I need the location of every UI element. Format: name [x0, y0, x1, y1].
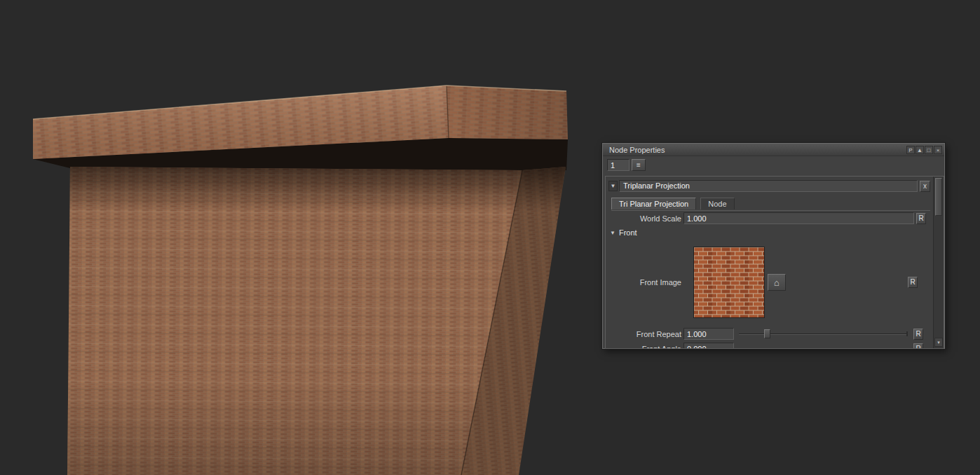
close-icon[interactable]: × [934, 146, 942, 154]
panel-scrollbar[interactable]: ▾ [933, 177, 944, 348]
front-section-label: Front [619, 228, 637, 237]
slider-handle[interactable] [764, 329, 770, 338]
world-scale-label: World Scale [606, 214, 681, 223]
scrollbar-down-arrow[interactable]: ▾ [934, 338, 943, 347]
scrollbar-thumb[interactable] [935, 178, 942, 216]
node-header-row: ▼ Triplanar Projection x [608, 180, 930, 192]
shade-icon[interactable]: ▲ [916, 146, 924, 154]
front-collapse-icon[interactable]: ▼ [610, 230, 615, 236]
front-angle-input[interactable] [683, 343, 734, 349]
node-properties-panel: Node Properties P ▲ □ × ≡ ▼ Triplanar Pr… [602, 143, 945, 349]
node-menu-button[interactable]: ≡ [632, 159, 646, 171]
tab-node[interactable]: Node [700, 198, 734, 209]
tab-tri-planar-projection[interactable]: Tri Planar Projection [611, 198, 696, 209]
front-angle-reset-button[interactable]: R [913, 343, 923, 350]
world-scale-reset-button[interactable]: R [916, 213, 926, 224]
front-repeat-input[interactable] [683, 328, 734, 340]
front-image-row: Front Image [606, 247, 918, 318]
cap-side-shading [447, 85, 568, 139]
wall-bottom-fade [67, 167, 522, 475]
node-id-row: ≡ [607, 159, 646, 171]
remove-node-button[interactable]: x [920, 181, 930, 192]
front-angle-label: Front Angle [606, 345, 681, 350]
node-id-input[interactable] [607, 159, 629, 171]
front-angle-row: Front Angle R [606, 343, 923, 349]
window-controls: P ▲ □ × [906, 146, 942, 154]
panel-titlebar[interactable]: Node Properties [603, 144, 944, 156]
wall-object[interactable] [33, 85, 568, 475]
world-scale-row: World Scale R [606, 212, 926, 224]
front-image-label: Front Image [606, 278, 681, 287]
node-name-field[interactable]: Triplanar Projection [619, 180, 918, 192]
world-scale-input[interactable] [683, 212, 914, 224]
pin-icon[interactable]: P [906, 146, 915, 154]
brick-texture-preview [694, 247, 764, 317]
panel-title: Node Properties [609, 146, 665, 154]
parameters-area: ▼ Triplanar Projection x Tri Planar Proj… [605, 176, 944, 349]
front-image-reset-button[interactable]: R [908, 277, 918, 288]
front-image-thumbnail[interactable] [693, 247, 765, 318]
slider-endcap [906, 331, 908, 336]
front-repeat-row: Front Repeat R [606, 328, 923, 340]
front-repeat-label: Front Repeat [606, 330, 681, 338]
browse-image-button[interactable]: ⌂ [768, 274, 786, 291]
3d-viewport[interactable]: Node Properties P ▲ □ × ≡ ▼ Triplanar Pr… [0, 0, 980, 475]
front-repeat-reset-button[interactable]: R [913, 329, 923, 340]
front-section-header[interactable]: ▼ Front [610, 228, 637, 237]
float-window-icon[interactable]: □ [925, 146, 933, 154]
front-repeat-slider[interactable] [739, 329, 908, 339]
parameter-tabs: Tri Planar Projection Node [611, 198, 930, 211]
open-file-icon: ⌂ [774, 277, 780, 288]
collapse-node-icon[interactable]: ▼ [608, 181, 618, 191]
